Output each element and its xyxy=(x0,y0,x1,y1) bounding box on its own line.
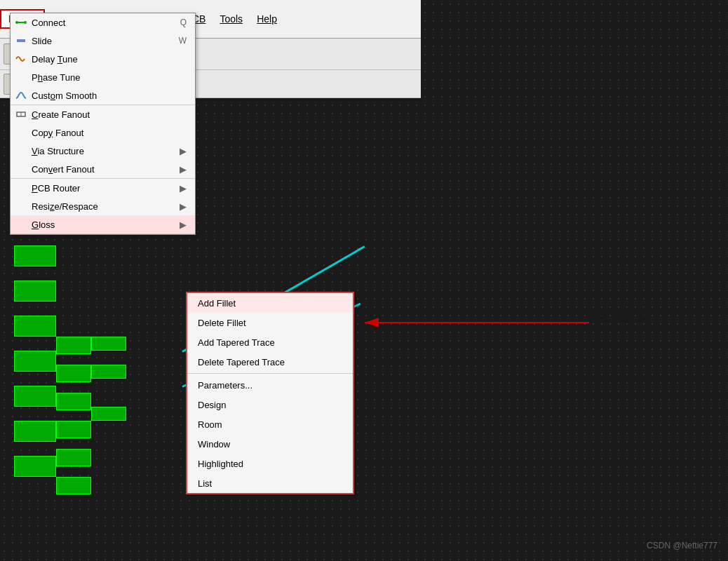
via-structure-label: Via Structure xyxy=(32,146,84,156)
submenu-delete-fillet[interactable]: Delete Fillet xyxy=(187,313,353,332)
resize-respace-label: Resize/Respace xyxy=(32,201,98,212)
menu-gloss[interactable]: Gloss ▶ xyxy=(11,215,195,234)
connect-shortcut: Q xyxy=(180,18,187,27)
submenu-add-tapered-trace[interactable]: Add Tapered Trace xyxy=(187,332,353,352)
menu-connect[interactable]: Connect Q xyxy=(11,13,195,32)
submenu-separator-1 xyxy=(187,373,353,374)
pcb-router-arrow: ▶ xyxy=(180,183,187,194)
annotation-arrow-svg xyxy=(344,309,624,351)
pcb-comp-9 xyxy=(56,365,91,382)
custom-smooth-icon xyxy=(14,90,28,101)
submenu-design[interactable]: Design xyxy=(187,395,353,414)
pcb-router-label: PCB Router xyxy=(32,183,80,194)
highlighted-label: Highlighted xyxy=(198,459,243,469)
create-fanout-icon xyxy=(14,109,28,120)
pcb-comp-13 xyxy=(56,477,91,494)
menu-delay-tune[interactable]: Delay Tune xyxy=(11,50,195,68)
menu-custom-smooth[interactable]: Custom Smooth xyxy=(11,86,195,104)
convert-fanout-arrow: ▶ xyxy=(180,164,187,175)
pcb-comp-6 xyxy=(14,421,56,442)
design-label: Design xyxy=(198,400,226,410)
menu-via-structure[interactable]: Via Structure ▶ xyxy=(11,142,195,160)
menu-phase-tune[interactable]: Phase Tune xyxy=(11,68,195,86)
pcb-comp-11 xyxy=(56,421,91,438)
menu-section-routing: Connect Q Slide W Delay Tune Phase Tune … xyxy=(11,13,195,105)
custom-smooth-label: Custom Smooth xyxy=(32,90,97,101)
menu-convert-fanout[interactable]: Convert Fanout ▶ xyxy=(11,160,195,178)
add-tapered-trace-label: Add Tapered Trace xyxy=(198,337,275,348)
menu-pcb-router[interactable]: PCB Router ▶ xyxy=(11,179,195,197)
submenu-parameters[interactable]: Parameters... xyxy=(187,375,353,395)
slide-icon xyxy=(14,35,28,46)
pcb-comp-4 xyxy=(14,351,56,372)
pcb-comp-10 xyxy=(56,393,91,410)
delay-tune-label: Delay Tune xyxy=(32,54,78,65)
pcb-comp-16 xyxy=(91,407,126,421)
create-fanout-label: Create Fanout xyxy=(32,109,90,120)
resize-respace-arrow: ▶ xyxy=(180,201,187,212)
pcb-comp-7 xyxy=(14,456,56,477)
svg-rect-11 xyxy=(17,39,25,42)
submenu-window[interactable]: Window xyxy=(187,434,353,454)
menu-section-router: PCB Router ▶ Resize/Respace ▶ Gloss ▶ xyxy=(11,179,195,234)
watermark-text: CSDN @Nettie777 xyxy=(647,541,717,550)
add-fillet-label: Add Fillet xyxy=(198,298,236,309)
pcb-comp-2 xyxy=(14,280,56,302)
delete-fillet-label: Delete Fillet xyxy=(198,318,246,328)
gloss-label: Gloss xyxy=(32,219,55,230)
submenu-highlighted[interactable]: Highlighted xyxy=(187,454,353,473)
menu-section-fanout: Create Fanout Copy Fanout Via Structure … xyxy=(11,105,195,179)
submenu-add-fillet[interactable]: Add Fillet xyxy=(187,293,353,313)
submenu-list[interactable]: List xyxy=(187,473,353,493)
convert-fanout-label: Convert Fanout xyxy=(32,164,95,175)
menu-resize-respace[interactable]: Resize/Respace ▶ xyxy=(11,197,195,215)
pcb-comp-1 xyxy=(14,245,56,266)
annotation-chinese-text: 添加泪滴 xyxy=(589,305,651,326)
pcb-comp-15 xyxy=(91,365,126,379)
menu-tools[interactable]: Tools xyxy=(213,11,250,27)
pcb-comp-8 xyxy=(56,337,91,354)
copy-fanout-label: Copy Fanout xyxy=(32,128,83,138)
svg-point-9 xyxy=(15,21,18,24)
menu-slide[interactable]: Slide W xyxy=(11,32,195,50)
list-label: List xyxy=(198,478,212,489)
phase-tune-label: Phase Tune xyxy=(32,72,80,83)
connect-icon xyxy=(14,17,28,28)
submenu-room[interactable]: Room xyxy=(187,414,353,434)
parameters-label: Parameters... xyxy=(198,380,252,391)
menu-help[interactable]: Help xyxy=(250,11,284,27)
menu-create-fanout[interactable]: Create Fanout xyxy=(11,105,195,123)
connect-label: Connect xyxy=(32,18,65,28)
pcb-comp-5 xyxy=(14,386,56,407)
delay-tune-icon xyxy=(14,53,28,65)
pcb-comp-3 xyxy=(14,316,56,337)
svg-point-10 xyxy=(24,21,27,24)
slide-shortcut: W xyxy=(179,36,187,46)
gloss-submenu: Add Fillet Delete Fillet Add Tapered Tra… xyxy=(186,292,354,494)
slide-label: Slide xyxy=(32,36,52,46)
pcb-comp-12 xyxy=(56,449,91,466)
menu-copy-fanout[interactable]: Copy Fanout xyxy=(11,123,195,142)
submenu-delete-tapered-trace[interactable]: Delete Tapered Trace xyxy=(187,352,353,372)
pcb-comp-14 xyxy=(91,337,126,351)
room-label: Room xyxy=(198,419,222,430)
route-dropdown-menu: Connect Q Slide W Delay Tune Phase Tune … xyxy=(10,13,196,235)
delete-tapered-trace-label: Delete Tapered Trace xyxy=(198,357,285,367)
via-structure-arrow: ▶ xyxy=(180,146,187,156)
window-label: Window xyxy=(198,439,230,450)
gloss-arrow: ▶ xyxy=(180,219,187,230)
